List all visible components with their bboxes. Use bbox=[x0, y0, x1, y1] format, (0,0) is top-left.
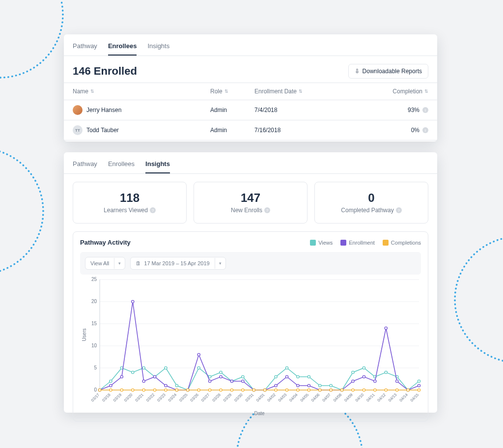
tab-enrollees[interactable]: Enrollees bbox=[108, 39, 137, 56]
info-icon[interactable]: i bbox=[422, 127, 428, 133]
svg-point-92 bbox=[275, 384, 277, 387]
tab-insights[interactable]: Insights bbox=[147, 39, 169, 56]
svg-point-99 bbox=[352, 380, 354, 382]
svg-point-118 bbox=[230, 389, 233, 391]
svg-point-79 bbox=[132, 300, 134, 303]
col-completion[interactable]: Completion⇅ bbox=[369, 88, 428, 95]
legend-completions[interactable]: Completions bbox=[383, 240, 421, 246]
svg-text:03/31: 03/31 bbox=[245, 392, 255, 403]
table-header: Name⇅ Role⇅ Enrollment Date⇅ Completion⇅ bbox=[64, 83, 437, 100]
svg-text:Users: Users bbox=[82, 328, 87, 341]
avatar bbox=[73, 105, 83, 115]
svg-point-89 bbox=[242, 380, 244, 382]
svg-point-52 bbox=[165, 366, 167, 369]
cell-role: Admin bbox=[210, 107, 254, 113]
svg-text:03/19: 03/19 bbox=[112, 392, 123, 403]
chevron-down-icon: ▾ bbox=[114, 258, 125, 269]
filter-view-select[interactable]: View All ▾ bbox=[85, 257, 125, 270]
svg-point-49 bbox=[132, 371, 134, 373]
svg-point-65 bbox=[307, 375, 310, 378]
legend-views[interactable]: Views bbox=[310, 240, 333, 246]
metric-label: New Enrolls bbox=[231, 207, 262, 214]
chart-panel: Pathway Activity Views Enrollment Comple… bbox=[73, 231, 428, 421]
svg-point-134 bbox=[407, 389, 409, 391]
svg-point-135 bbox=[418, 389, 420, 391]
tab-pathway[interactable]: Pathway bbox=[73, 39, 97, 56]
svg-text:04/01: 04/01 bbox=[255, 392, 266, 403]
svg-point-100 bbox=[363, 375, 365, 378]
svg-point-87 bbox=[220, 375, 222, 378]
legend-enrollment[interactable]: Enrollment bbox=[340, 240, 375, 246]
svg-point-94 bbox=[297, 384, 299, 387]
svg-point-128 bbox=[341, 389, 343, 391]
chart-title: Pathway Activity bbox=[80, 239, 131, 246]
svg-text:20: 20 bbox=[91, 299, 97, 304]
svg-text:Date: Date bbox=[254, 411, 265, 416]
page-title: 146 Enrolled bbox=[73, 65, 137, 78]
svg-point-101 bbox=[374, 380, 376, 382]
svg-point-119 bbox=[242, 389, 244, 391]
svg-point-121 bbox=[264, 389, 266, 391]
svg-text:04/08: 04/08 bbox=[333, 392, 343, 403]
enrollees-card: Pathway Enrollees Insights 146 Enrolled … bbox=[64, 34, 437, 141]
chevron-down-icon: ▾ bbox=[215, 258, 225, 269]
cell-completion: 0% bbox=[411, 127, 419, 134]
svg-text:25: 25 bbox=[91, 277, 97, 282]
svg-text:03/30: 03/30 bbox=[233, 392, 244, 403]
svg-point-130 bbox=[363, 389, 365, 391]
svg-point-67 bbox=[330, 384, 332, 387]
decorative-arc bbox=[0, 0, 64, 79]
svg-point-57 bbox=[220, 371, 222, 373]
tab-insights[interactable]: Insights bbox=[145, 157, 170, 173]
info-icon[interactable]: i bbox=[422, 107, 428, 113]
svg-point-102 bbox=[385, 327, 387, 329]
svg-point-133 bbox=[396, 389, 398, 391]
svg-point-109 bbox=[132, 389, 134, 391]
download-label: Downloadable Reports bbox=[363, 68, 422, 75]
info-icon[interactable]: ? bbox=[264, 207, 270, 213]
info-icon[interactable]: ? bbox=[396, 207, 402, 213]
svg-point-131 bbox=[374, 389, 376, 391]
svg-text:04/11: 04/11 bbox=[365, 392, 376, 403]
svg-text:04/13: 04/13 bbox=[388, 392, 398, 403]
svg-point-105 bbox=[418, 384, 420, 387]
tab-enrollees[interactable]: Enrollees bbox=[108, 157, 135, 173]
svg-text:5: 5 bbox=[94, 365, 97, 370]
table-row[interactable]: Jerry HansenAdmin7/4/201893%i bbox=[64, 100, 437, 120]
svg-point-82 bbox=[165, 384, 167, 387]
col-date[interactable]: Enrollment Date⇅ bbox=[254, 88, 369, 95]
download-reports-button[interactable]: ⇩ Downloadable Reports bbox=[348, 64, 428, 79]
cell-date: 7/4/2018 bbox=[254, 107, 369, 113]
svg-text:03/18: 03/18 bbox=[101, 392, 112, 403]
info-icon[interactable]: ? bbox=[150, 207, 156, 213]
svg-point-112 bbox=[165, 389, 167, 391]
col-role[interactable]: Role⇅ bbox=[210, 88, 254, 95]
chart-legend: Views Enrollment Completions bbox=[310, 240, 421, 246]
sort-icon: ⇅ bbox=[299, 89, 303, 94]
avatar: TT bbox=[73, 125, 83, 135]
svg-text:03/22: 03/22 bbox=[145, 392, 156, 403]
table-row[interactable]: Susie LeeAdmin7/31/201855%i bbox=[64, 140, 437, 141]
svg-point-103 bbox=[396, 380, 398, 382]
svg-point-113 bbox=[175, 389, 178, 391]
tab-pathway[interactable]: Pathway bbox=[73, 157, 97, 173]
svg-point-115 bbox=[197, 389, 200, 391]
table-row[interactable]: TTTodd TauberAdmin7/16/20180%i bbox=[64, 120, 437, 140]
svg-text:0: 0 bbox=[94, 387, 97, 392]
svg-point-111 bbox=[153, 389, 156, 391]
sort-icon: ⇅ bbox=[90, 89, 94, 94]
svg-point-56 bbox=[209, 375, 211, 378]
col-name[interactable]: Name⇅ bbox=[73, 88, 210, 95]
svg-text:04/12: 04/12 bbox=[377, 392, 387, 403]
svg-point-63 bbox=[285, 366, 288, 369]
svg-text:03/24: 03/24 bbox=[168, 392, 178, 403]
svg-text:04/02: 04/02 bbox=[267, 392, 277, 403]
filter-date-range[interactable]: 🗓17 Mar 2019 – 15 Apr 2019 ▾ bbox=[130, 257, 225, 270]
calendar-icon: 🗓 bbox=[136, 260, 141, 266]
svg-point-116 bbox=[209, 389, 211, 391]
svg-text:03/29: 03/29 bbox=[223, 392, 233, 403]
svg-point-129 bbox=[352, 389, 354, 391]
svg-point-123 bbox=[285, 389, 288, 391]
metric-new-enrolls: 147 New Enrolls? bbox=[194, 182, 307, 224]
svg-point-69 bbox=[352, 371, 354, 373]
